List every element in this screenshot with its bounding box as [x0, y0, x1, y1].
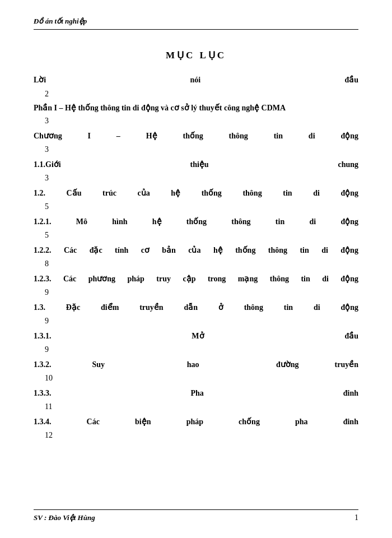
toc-entry-1-2-2: 1.2.2. Các đặc tính cơ bản của hệ thống … [34, 244, 358, 258]
header-line [34, 29, 358, 30]
toc-page-1-2-2: 8 [45, 257, 358, 271]
toc-page-1-1: 3 [45, 171, 358, 185]
toc-entry-1-1: 1.1. Giới thiệu chung [34, 158, 358, 172]
footer-page-number: 1 [354, 513, 358, 522]
header-text: Đồ án tốt nghiệp [34, 17, 87, 26]
toc-page-loi-noi-dau: 2 [45, 87, 358, 101]
toc-entry-1-3-3: 1.3.3. Pha đinh [34, 387, 358, 401]
footer-author: SV : Đào Việt Hùng [34, 513, 95, 522]
toc-entry-1-2-1: 1.2.1. Mô hình hệ thống thông tin di độn… [34, 215, 358, 229]
toc-page-1-3-3: 11 [45, 400, 358, 414]
footer-line [34, 509, 358, 510]
toc-entry-1-2: 1.2. Cấu trúc của hệ thống thông tin di … [34, 187, 358, 201]
toc-page-phan1: 3 [45, 114, 358, 128]
toc-page-chuong1: 3 [45, 143, 358, 157]
toc-page-1-3-4: 12 [45, 429, 358, 443]
toc-entry-chuong1: Chương I – Hệ thống thông tin di động [34, 129, 358, 143]
page-title: MỤC LỤC [34, 49, 358, 61]
toc-entry-1-3: 1.3. Đặc điểm truyền dẫn ở thông tin di … [34, 301, 358, 315]
toc-entry-1-3-4: 1.3.4. Các biện pháp chống pha đinh [34, 415, 358, 429]
toc-page-1-2-1: 5 [45, 229, 358, 243]
toc-entry-1-3-1: 1.3.1. Mở đầu [34, 330, 358, 344]
toc-entry-phan1: Phần I – Hệ thống thông tin di động và c… [34, 102, 358, 114]
page: Đồ án tốt nghiệp MỤC LỤC Lời nói đầu 2 P… [0, 0, 392, 538]
toc-page-1-3-1: 9 [45, 343, 358, 357]
toc-entry-1-2-3: 1.2.3. Các phương pháp truy cập trong mạ… [34, 272, 358, 286]
toc-entry-1-3-2: 1.3.2. Suy hao đường truyền [34, 358, 358, 372]
content: MỤC LỤC Lời nói đầu 2 Phần I – Hệ thống … [34, 38, 358, 443]
toc-page-1-2-3: 9 [45, 286, 358, 300]
toc-page-1-2: 5 [45, 200, 358, 214]
toc-entry-loi-noi-dau: Lời nói đầu [34, 73, 358, 87]
toc-page-1-3-2: 10 [45, 372, 358, 386]
toc-page-1-3: 9 [45, 314, 358, 328]
